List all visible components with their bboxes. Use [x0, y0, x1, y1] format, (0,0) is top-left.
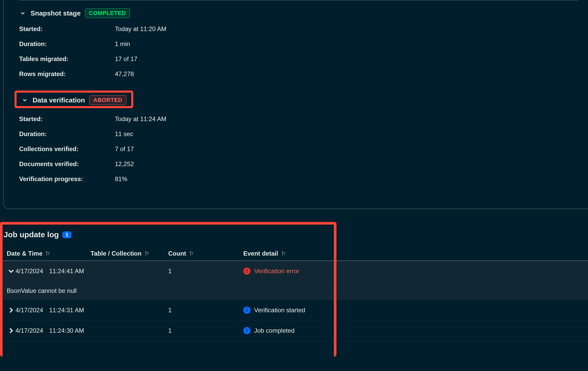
sort-icon: [281, 250, 287, 257]
tables-migrated-value: 17 of 17: [115, 55, 137, 63]
log-date: 4/17/2024: [16, 268, 49, 275]
log-table: Date & Time Table / Collection Count Eve…: [0, 247, 588, 341]
log-error-detail: BsonValue cannot be null: [0, 281, 588, 300]
log-count: 1: [168, 307, 243, 314]
tables-migrated-label: Tables migrated:: [19, 55, 115, 63]
job-update-log-section: Job update log 1 Date & Time Table / Col…: [0, 225, 588, 341]
sort-icon: [189, 250, 195, 257]
chevron-right-icon[interactable]: [0, 326, 16, 335]
snapshot-stage-title: Snapshot stage: [31, 9, 81, 17]
chevron-down-icon[interactable]: [0, 267, 16, 276]
column-header-label: Count: [168, 250, 186, 257]
log-count: 1: [168, 327, 243, 334]
snapshot-stage-section: Snapshot stage COMPLETED Started: Today …: [4, 1, 588, 91]
log-time: 11:24:30 AM: [49, 327, 101, 334]
collections-verified-label: Collections verified:: [19, 145, 115, 153]
column-header-label: Table / Collection: [91, 250, 142, 257]
log-event: iJob completed: [243, 327, 295, 334]
verification-details: Started: Today at 11:24 AM Duration: 11 …: [4, 115, 588, 196]
column-header-label: Event detail: [243, 250, 278, 257]
log-row[interactable]: 4/17/202411:24:41 AM1!Verification error: [0, 261, 588, 281]
sort-icon: [144, 250, 150, 257]
status-badge-aborted: ABORTED: [89, 95, 126, 105]
duration-label: Duration:: [19, 40, 115, 48]
log-event: !Verification error: [243, 268, 299, 275]
log-time: 11:24:41 AM: [49, 268, 101, 275]
chevron-down-icon: [21, 97, 28, 104]
log-title: Job update log: [4, 230, 59, 239]
column-header-count[interactable]: Count: [168, 250, 243, 257]
log-time: 11:24:31 AM: [49, 307, 101, 314]
rows-migrated-label: Rows migrated:: [19, 70, 115, 78]
documents-verified-label: Documents verified:: [19, 160, 115, 168]
chevron-right-icon[interactable]: [0, 306, 16, 315]
column-header-datetime[interactable]: Date & Time: [0, 250, 91, 257]
log-event-text: Verification error: [254, 268, 299, 275]
log-date: 4/17/2024: [16, 327, 49, 334]
log-count-badge: 1: [62, 231, 71, 238]
log-event: iVerification started: [243, 307, 305, 314]
rows-migrated-value: 47,278: [115, 70, 134, 78]
log-event-text: Job completed: [254, 327, 295, 334]
snapshot-stage-header[interactable]: Snapshot stage COMPLETED: [19, 8, 578, 18]
verif-started-label: Started:: [19, 115, 115, 123]
log-count: 1: [168, 268, 243, 275]
verif-started-value: Today at 11:24 AM: [115, 115, 166, 123]
column-header-label: Date & Time: [7, 250, 42, 257]
started-value: Today at 11:20 AM: [115, 25, 166, 33]
status-badge-completed: COMPLETED: [85, 8, 130, 18]
log-row[interactable]: 4/17/202411:24:31 AM1iVerification start…: [0, 300, 588, 321]
sort-icon: [45, 250, 51, 257]
verif-duration-label: Duration:: [19, 130, 115, 138]
verif-duration-value: 11 sec: [115, 130, 133, 138]
collections-verified-value: 7 of 17: [115, 145, 134, 153]
chevron-down-icon: [19, 10, 26, 17]
column-header-event[interactable]: Event detail: [243, 250, 588, 257]
info-icon: i: [243, 307, 251, 314]
started-label: Started:: [19, 25, 115, 33]
data-verification-title: Data verification: [33, 96, 85, 104]
log-table-header: Date & Time Table / Collection Count Eve…: [0, 247, 588, 261]
verification-progress-value: 81%: [115, 175, 127, 183]
info-icon: i: [243, 327, 251, 334]
duration-value: 1 min: [115, 40, 130, 48]
documents-verified-value: 12,252: [115, 160, 134, 168]
column-header-table[interactable]: Table / Collection: [91, 250, 168, 257]
error-icon: !: [243, 268, 251, 275]
log-row[interactable]: 4/17/202411:24:30 AM1iJob completed: [0, 321, 588, 341]
log-date: 4/17/2024: [16, 307, 49, 314]
log-event-text: Verification started: [254, 307, 305, 314]
verification-progress-label: Verification progress:: [19, 175, 115, 183]
data-verification-header[interactable]: Data verification ABORTED: [14, 91, 133, 108]
